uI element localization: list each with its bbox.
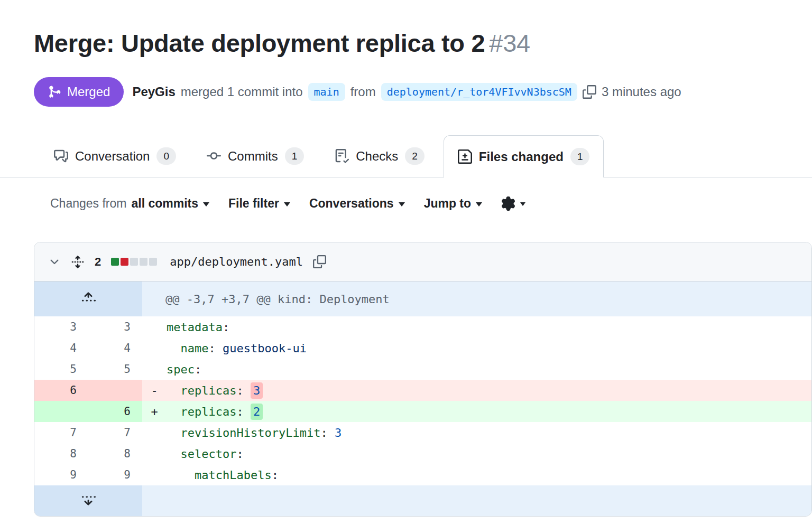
diff-line-del: 6- replicas: 3 xyxy=(34,380,811,401)
chevron-down-icon xyxy=(48,256,61,268)
code-token: replicas xyxy=(181,405,237,418)
copy-icon xyxy=(313,255,326,268)
code-line: metadata: xyxy=(167,316,811,338)
checklist-icon xyxy=(335,149,349,163)
changed-word: 2 xyxy=(251,404,263,420)
diffstat-square-del xyxy=(121,258,128,266)
diffstat-square-add xyxy=(111,258,119,266)
diff-marker xyxy=(142,338,167,359)
code-token: selector xyxy=(181,447,237,461)
diffstat-square-neutral xyxy=(140,258,147,266)
code-token: guestbook-ui xyxy=(223,342,307,355)
tab-counter: 0 xyxy=(156,147,176,165)
expand-down-cell[interactable] xyxy=(34,485,142,516)
tab-checks[interactable]: Checks 2 xyxy=(323,135,436,177)
caret-down-icon xyxy=(203,202,209,207)
diff-marker: - xyxy=(142,380,167,401)
old-line-number[interactable]: 3 xyxy=(34,316,88,338)
file-filter-dropdown[interactable]: File filter xyxy=(228,196,290,211)
new-line-number[interactable]: 7 xyxy=(88,422,142,443)
diff-marker xyxy=(142,464,167,485)
diff-line-context: 33metadata: xyxy=(34,316,811,338)
diff-file-panel: 2 app/deployment.yaml @@ -3,7 +3,7 @@ ki… xyxy=(34,242,812,517)
diff-line-context: 55spec: xyxy=(34,359,811,380)
expand-hunk-up-cell[interactable] xyxy=(34,282,142,316)
code-token: : xyxy=(208,342,223,355)
diff-line-context: 88 selector: xyxy=(34,443,811,464)
tab-counter: 2 xyxy=(405,147,425,165)
base-branch-label[interactable]: main xyxy=(308,83,345,101)
diff-marker xyxy=(142,316,167,338)
from-text: from xyxy=(350,85,376,99)
gear-icon xyxy=(501,196,515,211)
collapse-file-button[interactable] xyxy=(48,256,61,268)
code-line: revisionHistoryLimit: 3 xyxy=(167,422,811,443)
tab-counter: 1 xyxy=(570,148,590,165)
caret-down-icon xyxy=(520,202,525,206)
file-diff-icon xyxy=(458,149,472,164)
old-line-number[interactable]: 4 xyxy=(34,338,88,359)
diffstat-square-neutral xyxy=(130,258,138,266)
tab-conversation[interactable]: Conversation 0 xyxy=(42,135,188,177)
old-line-number[interactable]: 7 xyxy=(34,422,88,443)
file-name-link[interactable]: app/deployment.yaml xyxy=(170,255,303,268)
diff-table: @@ -3,7 +3,7 @@ kind: Deployment 33metad… xyxy=(34,282,811,516)
code-token: name xyxy=(181,342,209,355)
tab-counter: 1 xyxy=(285,147,304,165)
new-line-number[interactable]: 4 xyxy=(88,338,142,359)
expand-filler xyxy=(142,485,811,516)
code-token xyxy=(167,342,181,355)
changed-word: 3 xyxy=(251,382,263,399)
code-token xyxy=(167,447,181,461)
code-token xyxy=(167,426,181,439)
changes-from-dropdown[interactable]: Changes from all commits xyxy=(50,196,209,211)
file-filter-label: File filter xyxy=(228,196,279,211)
old-line-number[interactable]: 5 xyxy=(34,359,88,380)
caret-down-icon xyxy=(399,202,405,207)
code-token: : xyxy=(195,363,201,376)
old-line-number[interactable]: 6 xyxy=(34,380,88,401)
expand-all-hunks-button[interactable] xyxy=(71,255,85,269)
code-token: 3 xyxy=(335,426,342,439)
status-badge: Merged xyxy=(34,77,124,107)
code-token: : xyxy=(236,447,243,461)
tab-label: Checks xyxy=(356,149,398,164)
code-token: metadata xyxy=(167,321,223,334)
caret-down-icon xyxy=(284,202,290,207)
code-token: : xyxy=(236,384,251,397)
diff-settings-button[interactable] xyxy=(501,196,525,211)
tab-files-changed[interactable]: Files changed 1 xyxy=(444,135,604,177)
old-line-number[interactable] xyxy=(34,401,88,422)
new-line-number[interactable]: 9 xyxy=(88,464,142,485)
page-title: Merge: Update deployment replica to 2#34 xyxy=(34,29,778,58)
file-header: 2 app/deployment.yaml xyxy=(34,242,811,282)
head-branch-label[interactable]: deployment/r_tor4VFIvvN3bscSM xyxy=(381,83,577,101)
code-token xyxy=(167,405,181,418)
new-line-number[interactable]: 8 xyxy=(88,443,142,464)
code-token: : xyxy=(320,426,335,439)
old-line-number[interactable]: 9 xyxy=(34,464,88,485)
copy-file-path-button[interactable] xyxy=(313,255,326,268)
tab-label: Conversation xyxy=(75,149,150,164)
new-line-number[interactable]: 5 xyxy=(88,359,142,380)
code-token xyxy=(167,468,195,482)
fold-down-icon xyxy=(80,492,96,508)
code-token: : xyxy=(236,405,251,418)
merge-summary: PeyGis merged 1 commit into main from de… xyxy=(132,83,681,101)
copy-branch-button[interactable] xyxy=(583,85,596,99)
git-commit-icon xyxy=(207,149,221,163)
conversations-dropdown[interactable]: Conversations xyxy=(309,196,405,211)
diff-toolbar: Changes from all commits File filter Con… xyxy=(50,193,778,213)
conversations-label: Conversations xyxy=(309,196,394,211)
new-line-number[interactable] xyxy=(88,380,142,401)
diff-line-add: 6+ replicas: 2 xyxy=(34,401,811,422)
old-line-number[interactable]: 8 xyxy=(34,443,88,464)
copy-icon xyxy=(583,85,596,99)
new-line-number[interactable]: 6 xyxy=(88,401,142,422)
tab-commits[interactable]: Commits 1 xyxy=(195,135,316,177)
new-line-number[interactable]: 3 xyxy=(88,316,142,338)
author-link[interactable]: PeyGis xyxy=(132,85,175,99)
jump-to-dropdown[interactable]: Jump to xyxy=(424,196,482,211)
diff-marker xyxy=(142,443,167,464)
jump-to-label: Jump to xyxy=(424,196,471,211)
